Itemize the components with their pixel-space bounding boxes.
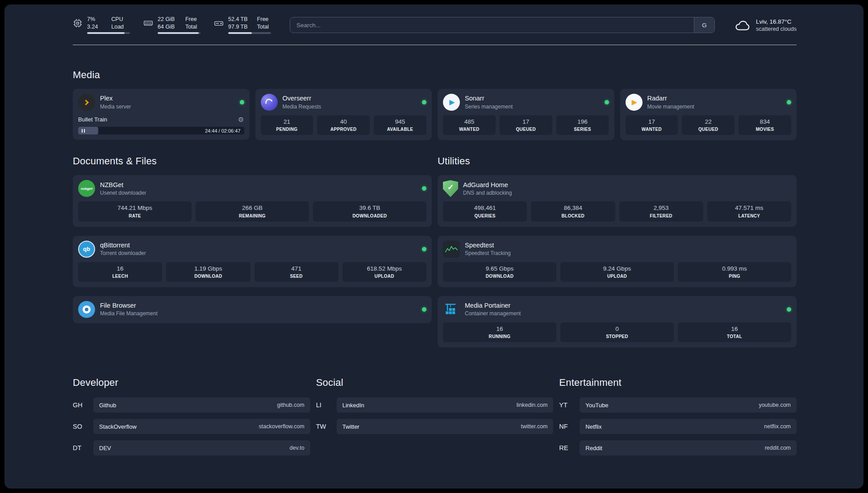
bookmark-row: GH Github github.com xyxy=(73,397,310,413)
status-dot xyxy=(787,100,791,104)
cpu-usage-label: CPU xyxy=(111,16,130,23)
cpu-bar xyxy=(87,32,130,34)
header-divider xyxy=(73,45,797,45)
section-title-entertainment: Entertainment xyxy=(559,377,797,389)
service-card-speedtest[interactable]: Speedtest Speedtest Tracking 9.65 Gbps D… xyxy=(438,236,797,287)
portainer-crane-icon xyxy=(443,301,460,318)
cpu-bar-fill xyxy=(87,32,125,34)
section-media: Media Plex Media server Bullet Train ⚙ xyxy=(73,69,797,140)
bookmark-row: RE Reddit reddit.com xyxy=(559,440,797,455)
stat-tile: 1.19 Gbps DOWNLOAD xyxy=(166,262,250,282)
bookmark-link-stackoverflow[interactable]: StackOverflow stackoverflow.com xyxy=(93,419,310,434)
bookmark-abbr: RE xyxy=(559,444,580,451)
sonarr-icon: ▶ xyxy=(443,94,460,111)
service-description: Container management xyxy=(465,310,521,317)
service-description: Media Requests xyxy=(283,104,321,110)
memory-bar xyxy=(158,32,200,34)
bookmark-link-netflix[interactable]: Netflix netflix.com xyxy=(580,419,797,434)
service-name: Media Portainer xyxy=(465,302,521,309)
service-card-sonarr[interactable]: ▶ Sonarr Series management 485 WANTED 17… xyxy=(438,89,614,140)
service-card-qbittorrent[interactable]: qb qBittorrent Torrent downloader 16 LEE… xyxy=(73,236,432,287)
stat-tile: 0.993 ms PING xyxy=(678,262,791,282)
search-input[interactable] xyxy=(290,17,694,33)
service-name: Plex xyxy=(100,95,131,102)
stat-tile: 485 WANTED xyxy=(443,115,496,135)
status-dot xyxy=(240,100,244,104)
stat-tile: 266 GB REMAINING xyxy=(196,201,309,221)
stat-tile: 16 RUNNING xyxy=(443,322,556,342)
stat-tile: 17 QUEUED xyxy=(500,115,552,135)
bookmark-link-dev[interactable]: DEV dev.to xyxy=(93,440,310,455)
service-name: AdGuard Home xyxy=(463,181,512,189)
speedtest-waveform-icon xyxy=(443,241,460,258)
bookmark-link-github[interactable]: Github github.com xyxy=(93,397,310,413)
service-description: Movie management xyxy=(647,104,694,110)
service-card-adguard[interactable]: ✓ AdGuard Home DNS and adblocking 498,46… xyxy=(438,175,797,226)
service-name: Sonarr xyxy=(465,95,513,102)
disk-stats: 52.4 TB Free 97.9 TB Total xyxy=(228,16,271,34)
cpu-load-label: Load xyxy=(111,24,130,31)
bookmark-abbr: SO xyxy=(73,423,93,430)
stat-tile: 22 QUEUED xyxy=(682,115,734,135)
stat-tile: 834 MOVIES xyxy=(739,115,791,135)
status-dot xyxy=(422,307,426,312)
weather-widget[interactable]: Lviv, 16.87°C scattered clouds xyxy=(734,18,797,32)
disk-widget: 52.4 TB Free 97.9 TB Total xyxy=(214,16,271,34)
gear-icon[interactable]: ⚙ xyxy=(238,116,244,123)
disk-icon xyxy=(214,18,224,28)
service-card-overseerr[interactable]: Overseerr Media Requests 21 PENDING 40 A… xyxy=(255,89,432,140)
bookmark-link-twitter[interactable]: Twitter twitter.com xyxy=(337,419,554,434)
stat-tile: 471 SEED xyxy=(255,262,338,282)
memory-total-value: 64 GiB xyxy=(158,24,178,31)
bookmark-abbr: YT xyxy=(559,401,580,409)
cpu-icon xyxy=(73,18,83,28)
memory-total-label: Total xyxy=(185,24,200,31)
now-playing-title: Bullet Train xyxy=(78,116,107,123)
stat-tile: 21 PENDING xyxy=(261,115,313,135)
stat-tile: 2,953 FILTERED xyxy=(619,201,703,221)
memory-stats: 22 GiB Free 64 GiB Total xyxy=(158,16,200,34)
stat-tile: 16 LEECH xyxy=(78,262,162,282)
bookmark-abbr: LI xyxy=(316,401,337,409)
resource-widgets: 7% CPU 3.24 Load xyxy=(73,16,271,34)
section-utilities: Utilities ✓ AdGuard Home DNS and adblock… xyxy=(438,155,797,347)
weather-condition: scattered clouds xyxy=(756,26,797,32)
status-dot xyxy=(422,100,426,104)
service-description: Series management xyxy=(465,104,513,110)
plex-icon xyxy=(78,94,95,111)
pause-icon[interactable] xyxy=(82,129,85,133)
bookmark-link-linkedin[interactable]: LinkedIn linkedin.com xyxy=(337,397,554,413)
bookmark-link-reddit[interactable]: Reddit reddit.com xyxy=(580,440,797,455)
bookmark-abbr: NF xyxy=(559,423,580,430)
service-card-plex[interactable]: Plex Media server Bullet Train ⚙ 24:44 /… xyxy=(73,89,250,140)
overseerr-icon xyxy=(261,94,278,111)
status-dot xyxy=(605,100,609,104)
playback-progress-bar[interactable]: 24:44 / 02:06:47 xyxy=(78,127,244,134)
bookmark-row: DT DEV dev.to xyxy=(73,440,310,455)
now-playing-widget: Bullet Train ⚙ 24:44 / 02:06:47 xyxy=(78,116,244,134)
nzbget-icon: nzbget xyxy=(78,180,95,197)
section-title-developer: Developer xyxy=(73,377,310,389)
bookmark-group-entertainment: Entertainment YT YouTube youtube.com NF … xyxy=(559,377,797,462)
bookmark-link-youtube[interactable]: YouTube youtube.com xyxy=(580,397,797,413)
service-card-radarr[interactable]: ▶ Radarr Movie management 17 WANTED 22 Q… xyxy=(620,89,797,140)
disk-total-label: Total xyxy=(257,24,271,31)
stat-tile: 9.24 Gbps UPLOAD xyxy=(560,262,674,282)
memory-free-value: 22 GiB xyxy=(158,16,178,23)
service-card-filebrowser[interactable]: File Browser Media File Management xyxy=(73,296,432,323)
service-description: Speedtest Tracking xyxy=(465,250,511,256)
bookmark-row: TW Twitter twitter.com xyxy=(316,419,554,434)
search-provider-button[interactable]: G xyxy=(694,17,714,33)
service-name: NZBGet xyxy=(100,181,146,189)
stat-tile: 498,461 QUERIES xyxy=(443,201,527,221)
bookmark-row: NF Netflix netflix.com xyxy=(559,419,797,434)
disk-total-value: 97.9 TB xyxy=(228,24,250,31)
service-card-portainer[interactable]: Media Portainer Container management 16 … xyxy=(438,296,797,347)
service-card-nzbget[interactable]: nzbget NZBGet Usenet downloader 744.21 M… xyxy=(73,175,432,226)
bookmark-group-social: Social LI LinkedIn linkedin.com TW Twitt… xyxy=(316,377,554,440)
cpu-widget: 7% CPU 3.24 Load xyxy=(73,16,130,34)
playback-time: 24:44 / 02:06:47 xyxy=(205,128,241,134)
memory-icon xyxy=(143,18,153,28)
section-title-social: Social xyxy=(316,377,554,389)
section-title-utilities: Utilities xyxy=(438,155,797,167)
